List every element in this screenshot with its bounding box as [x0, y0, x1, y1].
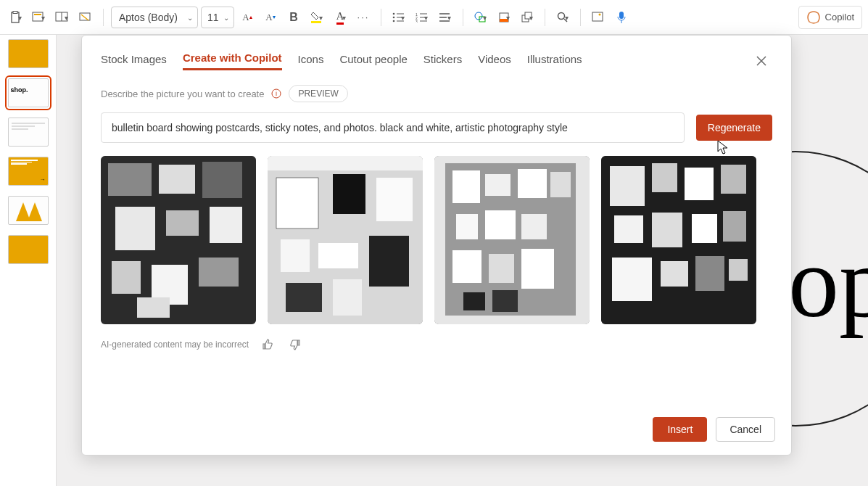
slide-thumbnail-panel: shop. → — [0, 35, 57, 486]
designer-button[interactable] — [588, 6, 608, 29]
font-color-button[interactable]: A ▾ — [330, 6, 350, 29]
svg-rect-68 — [521, 214, 547, 239]
svg-rect-63 — [485, 174, 511, 196]
svg-text:i: i — [276, 90, 277, 97]
svg-rect-33 — [619, 12, 624, 19]
generated-image-3[interactable] — [434, 156, 590, 324]
increase-font-size-button[interactable]: A▴ — [237, 6, 257, 29]
copilot-icon — [806, 10, 821, 25]
svg-rect-66 — [456, 214, 478, 239]
bold-button[interactable]: B — [284, 6, 304, 29]
separator — [463, 9, 463, 26]
svg-point-29 — [558, 12, 565, 19]
chevron-down-icon: ⌄ — [223, 13, 229, 21]
ai-disclaimer: AI-generated content may be incorrect — [101, 339, 249, 350]
tab-stock-images[interactable]: Stock Images — [101, 53, 167, 70]
font-size-select[interactable]: 11 ⌄ — [201, 7, 234, 28]
svg-rect-44 — [166, 210, 199, 236]
font-name-value: Aptos (Body) — [119, 12, 178, 23]
slide-thumbnail-1[interactable] — [8, 39, 49, 68]
decrease-font-size-button[interactable]: A▾ — [260, 6, 281, 29]
svg-rect-73 — [492, 290, 518, 312]
svg-rect-55 — [281, 239, 310, 272]
cancel-button[interactable]: Cancel — [716, 417, 775, 442]
arrange-button[interactable]: ▾ — [517, 6, 537, 29]
shapes-button[interactable]: ▾ — [471, 6, 491, 29]
svg-rect-75 — [610, 166, 645, 206]
regenerate-button[interactable]: Regenerate — [696, 115, 772, 141]
close-button[interactable] — [751, 50, 772, 72]
reset-button[interactable] — [75, 6, 96, 29]
svg-rect-83 — [612, 258, 652, 301]
generated-results — [101, 156, 772, 324]
slide-thumbnail-2[interactable]: shop. — [8, 78, 49, 107]
thumbs-down-icon — [289, 339, 301, 350]
separator — [103, 9, 104, 26]
more-font-options-button[interactable]: ··· — [353, 6, 373, 29]
svg-rect-46 — [112, 261, 141, 294]
svg-text:3: 3 — [416, 20, 418, 22]
generated-image-2[interactable] — [268, 156, 423, 324]
tab-illustrations[interactable]: Illustrations — [527, 53, 582, 70]
svg-rect-31 — [592, 12, 603, 21]
svg-point-23 — [475, 12, 482, 20]
separator — [381, 9, 381, 26]
svg-rect-48 — [199, 258, 239, 287]
svg-rect-67 — [485, 210, 516, 239]
align-button[interactable]: ▾ — [435, 6, 455, 29]
paste-button[interactable]: ▾ — [6, 6, 26, 29]
svg-rect-76 — [652, 163, 677, 192]
slide-thumbnail-6[interactable] — [8, 235, 49, 264]
new-slide-button[interactable]: ▾ — [29, 6, 49, 29]
font-size-value: 11 — [207, 12, 219, 23]
thumbs-down-button[interactable] — [286, 336, 304, 353]
ribbon: ▾ ▾ ▾ Aptos (Body) ⌄ 11 ⌄ A▴ A▾ B ▾ A ▾ … — [0, 0, 868, 35]
describe-label: Describe the picture you want to create — [101, 88, 264, 99]
svg-rect-1 — [13, 11, 17, 13]
insert-image-dialog: Stock Images Create with Copilot Icons C… — [81, 35, 792, 456]
svg-rect-81 — [692, 214, 717, 243]
generated-image-1[interactable] — [101, 156, 256, 324]
insert-button[interactable]: Insert — [653, 417, 707, 442]
svg-point-32 — [599, 13, 601, 15]
prompt-input[interactable]: bulletin board showing postcards, sticky… — [101, 112, 685, 143]
find-button[interactable]: ▾ — [553, 6, 573, 29]
svg-rect-82 — [723, 211, 746, 242]
svg-rect-6 — [80, 13, 90, 20]
tab-create-with-copilot[interactable]: Create with Copilot — [183, 52, 282, 70]
highlight-button[interactable]: ▾ — [307, 6, 327, 29]
slide-thumbnail-3[interactable] — [8, 118, 49, 147]
chevron-down-icon: ⌄ — [187, 13, 193, 21]
slide-thumbnail-5[interactable] — [8, 196, 49, 225]
tab-stickers[interactable]: Stickers — [423, 53, 462, 70]
tab-videos[interactable]: Videos — [478, 53, 511, 70]
close-icon — [756, 56, 766, 66]
dialog-body: Describe the picture you want to create … — [82, 79, 791, 407]
shape-fill-button[interactable]: ▾ — [494, 6, 514, 29]
dictate-button[interactable] — [611, 6, 632, 29]
svg-rect-57 — [369, 236, 409, 287]
svg-point-10 — [393, 20, 395, 22]
svg-rect-80 — [652, 213, 682, 247]
svg-rect-79 — [614, 215, 643, 243]
svg-point-8 — [393, 12, 395, 15]
svg-rect-78 — [721, 165, 746, 194]
thumbs-up-button[interactable] — [259, 336, 276, 353]
tab-icons[interactable]: Icons — [298, 53, 324, 70]
svg-rect-40 — [108, 163, 152, 196]
layout-button[interactable]: ▾ — [52, 6, 73, 29]
dialog-tabs: Stock Images Create with Copilot Icons C… — [82, 36, 791, 79]
tab-cutout-people[interactable]: Cutout people — [339, 53, 407, 70]
svg-rect-41 — [159, 165, 195, 194]
svg-rect-56 — [318, 243, 358, 268]
bullets-button[interactable]: ▾ — [389, 6, 409, 29]
svg-rect-84 — [661, 261, 688, 287]
numbering-button[interactable]: 123 ▾ — [412, 6, 432, 29]
copilot-ribbon-button[interactable]: Copilot — [798, 6, 862, 29]
generated-image-4[interactable] — [601, 156, 756, 324]
svg-rect-65 — [550, 172, 571, 197]
svg-rect-52 — [276, 178, 318, 228]
copilot-ribbon-label: Copilot — [825, 12, 854, 22]
font-name-select[interactable]: Aptos (Body) ⌄ — [111, 7, 198, 28]
slide-thumbnail-4[interactable]: → — [8, 157, 49, 186]
